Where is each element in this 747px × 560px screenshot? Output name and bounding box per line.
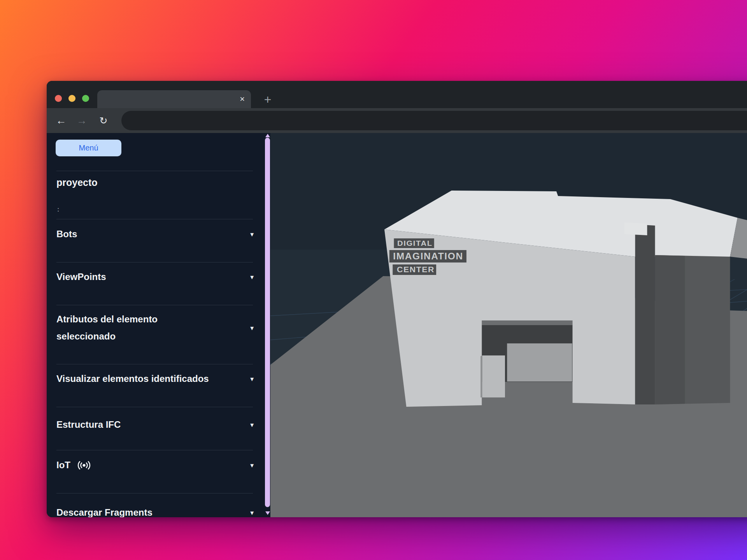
browser-window: × + ← → ↻ Menú proyecto : Bots ▼ ViewPoi… [47,81,747,517]
building-parapet [624,222,647,235]
sign-line-2: IMAGINATION [393,251,463,261]
3d-viewer-canvas[interactable]: DIGITAL IMAGINATION CENTER [270,133,747,517]
sidebar-item-estructura-ifc[interactable]: Estructura IFC ▼ [56,416,255,433]
building-tower [635,224,655,404]
reload-icon[interactable]: ↻ [95,108,112,133]
divider [56,364,253,364]
browser-toolbar: ← → ↻ [47,108,747,133]
chevron-down-icon[interactable]: ▼ [249,274,255,280]
sign-line-3: CENTER [397,265,435,274]
sidebar-item-label: Estructura IFC [56,419,121,430]
tab-bar: × + [47,81,747,108]
traffic-lights [55,95,89,102]
sidebar-item-visualizar[interactable]: Visualizar elementos identificados ▼ [56,370,255,387]
chevron-down-icon[interactable]: ▼ [249,376,255,382]
sidebar-item-label: IoT [56,460,70,471]
chevron-down-icon[interactable]: ▼ [249,231,255,238]
chevron-down-icon[interactable]: ▼ [249,325,255,331]
sidebar-item-label: Atributos del elemento seleccionado [56,311,177,345]
sidebar-item-bots[interactable]: Bots ▼ [56,226,255,243]
divider [56,171,253,171]
forward-icon[interactable]: → [73,108,90,133]
back-icon[interactable]: ← [53,108,70,133]
chevron-down-icon[interactable]: ▼ [249,509,255,516]
sign-line-1: DIGITAL [397,239,433,247]
sidebar-item-label: Bots [56,229,77,240]
sidebar-item-descargar-fragments[interactable]: Descargar Fragments ▼ [56,504,255,517]
broadcast-icon [77,460,91,471]
building-right-wing-shade [655,255,685,404]
close-window-button[interactable] [55,95,62,102]
browser-tab[interactable]: × [97,90,251,108]
sidebar: Menú proyecto : Bots ▼ ViewPoints ▼ Atri… [47,133,270,517]
divider [56,305,253,305]
app-content: Menú proyecto : Bots ▼ ViewPoints ▼ Atri… [47,133,747,517]
divider [56,407,253,407]
sidebar-item-label: Descargar Fragments [56,507,153,517]
divider [56,262,253,262]
zoom-window-button[interactable] [82,95,89,102]
scrollbar-down-arrow[interactable] [265,511,270,515]
sidebar-item-label: Visualizar elementos identificados [56,373,209,384]
kiosk-box [482,355,505,397]
menu-button[interactable]: Menú [56,140,121,156]
divider [56,493,253,494]
scrollbar-up-arrow[interactable] [265,134,270,137]
sidebar-item-atributos[interactable]: Atributos del elemento seleccionado ▼ [56,311,255,345]
new-tab-button[interactable]: + [259,91,276,108]
building-inner-wall [507,343,572,382]
chevron-down-icon[interactable]: ▼ [249,422,255,428]
kiosk-side [480,355,482,397]
3d-scene: DIGITAL IMAGINATION CENTER [270,133,747,517]
chevron-down-icon[interactable]: ▼ [249,462,255,469]
sidebar-item-label: ViewPoints [56,271,106,282]
desktop-background: { "browser": { "tab": { "title": "", "cl… [0,0,747,560]
project-value: : [57,206,59,213]
divider [56,219,253,219]
scrollbar-thumb[interactable] [265,138,270,507]
building-model: DIGITAL IMAGINATION CENTER [384,191,747,407]
divider [56,450,253,450]
sidebar-item-iot[interactable]: IoT ▼ [56,457,255,474]
address-bar[interactable] [121,111,747,130]
project-section-title: proyecto [56,177,98,188]
minimize-window-button[interactable] [68,95,75,102]
sidebar-item-viewpoints[interactable]: ViewPoints ▼ [56,268,255,285]
tab-close-icon[interactable]: × [240,95,245,103]
